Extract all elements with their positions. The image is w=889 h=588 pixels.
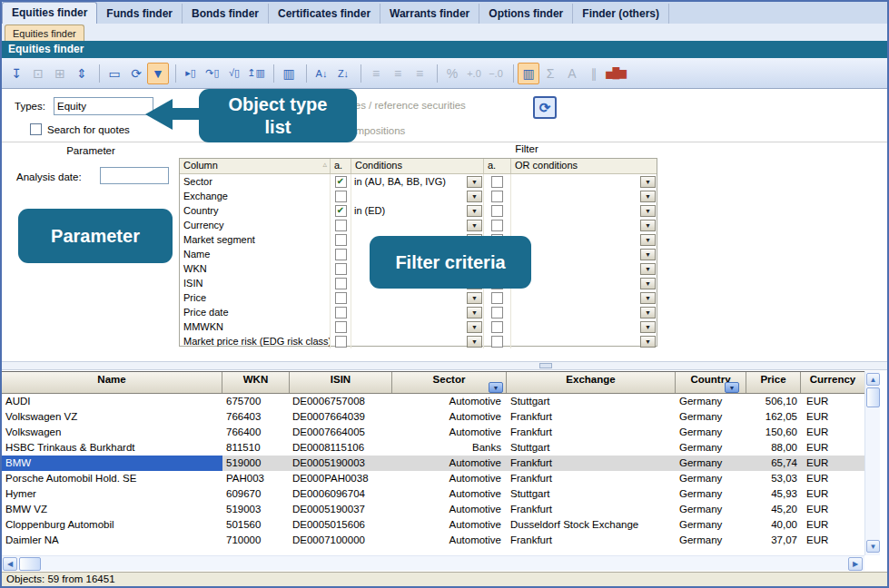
cell-wkn[interactable]: 519000 bbox=[222, 456, 290, 471]
and-checkbox[interactable] bbox=[335, 220, 347, 231]
or-condition-dropdown[interactable]: ▼ bbox=[640, 234, 656, 246]
cell-price[interactable]: 40,00 bbox=[746, 517, 801, 533]
cell-exchange[interactable]: Dusseldorf Stock Exchange bbox=[507, 517, 676, 533]
or-checkbox[interactable] bbox=[491, 176, 503, 188]
or-checkbox[interactable] bbox=[491, 307, 503, 318]
scroll-down-icon[interactable]: ▼ bbox=[866, 540, 880, 553]
or-condition-dropdown[interactable]: ▼ bbox=[640, 205, 656, 217]
cell-exchange[interactable]: Frankfurt bbox=[507, 533, 676, 548]
filter-or-cell[interactable]: ▼ bbox=[511, 334, 657, 348]
header-wkn[interactable]: WKN bbox=[222, 372, 290, 393]
and-checkbox[interactable]: ✔ bbox=[335, 176, 347, 188]
cell-isin[interactable]: DE0007664039 bbox=[290, 409, 392, 425]
cell-wkn[interactable]: 501560 bbox=[222, 517, 290, 533]
zoom-selection-icon[interactable]: ⊡ bbox=[27, 63, 49, 84]
cell-price[interactable]: 53,03 bbox=[746, 471, 801, 486]
cell-name[interactable]: AUDI bbox=[2, 394, 222, 409]
filter-header-and2[interactable]: a. bbox=[484, 159, 511, 173]
sort-ascending-icon[interactable]: A↓ bbox=[311, 63, 332, 84]
or-condition-dropdown[interactable]: ▼ bbox=[640, 278, 656, 289]
rotate-column-icon[interactable]: ↷▯ bbox=[202, 63, 223, 84]
filter-column-label[interactable]: Market price risk (EDG risk class) bbox=[180, 334, 331, 348]
filter-header-conditions[interactable]: Conditions bbox=[351, 159, 484, 173]
cell-exchange[interactable]: Stuttgart bbox=[507, 394, 676, 409]
cell-price[interactable]: 65,74 bbox=[746, 456, 801, 471]
cell-sector[interactable]: Automotive bbox=[392, 409, 507, 425]
table-row[interactable]: Volkswagen VZ 766403 DE0007664039 Automo… bbox=[2, 409, 864, 425]
scroll-up-icon[interactable]: ▲ bbox=[866, 373, 880, 386]
increase-decimal-icon[interactable]: +.0 bbox=[463, 63, 485, 84]
cell-name[interactable]: BMW bbox=[2, 456, 222, 471]
and-checkbox[interactable] bbox=[335, 278, 347, 289]
cell-isin[interactable]: DE0005015606 bbox=[290, 517, 392, 533]
cell-currency[interactable]: EUR bbox=[801, 486, 864, 502]
filter-column-label[interactable]: Price date bbox=[180, 305, 331, 319]
header-exchange[interactable]: Exchange bbox=[507, 372, 676, 393]
tab-options-finder[interactable]: Options finder bbox=[479, 4, 573, 24]
filter-or-cell[interactable]: ▼ bbox=[511, 247, 657, 261]
cell-isin[interactable]: DE0005190037 bbox=[290, 502, 392, 517]
condition-dropdown[interactable]: ▼ bbox=[467, 176, 482, 188]
or-condition-dropdown[interactable]: ▼ bbox=[640, 220, 656, 231]
new-view-icon[interactable]: ▭ bbox=[104, 63, 125, 84]
refresh-button[interactable]: ⟳ bbox=[533, 96, 557, 119]
filter-header-or-conditions[interactable]: OR conditions bbox=[511, 159, 657, 173]
cell-exchange[interactable]: Stuttgart bbox=[507, 440, 676, 456]
table-row[interactable]: Daimler NA 710000 DE0007100000 Automotiv… bbox=[2, 533, 864, 548]
cell-price[interactable]: 162,05 bbox=[746, 409, 801, 425]
filter-column-label[interactable]: Name bbox=[180, 247, 331, 261]
table-row[interactable]: Cloppenburg Automobil 501560 DE000501560… bbox=[2, 517, 864, 533]
formula-column-icon[interactable]: √▯ bbox=[223, 63, 245, 84]
cell-wkn[interactable]: 675700 bbox=[222, 394, 290, 409]
tab-warrants-finder[interactable]: Warrants finder bbox=[380, 4, 479, 24]
filter-or-cell[interactable]: ▼ bbox=[511, 218, 657, 232]
filter-column-label[interactable]: Sector bbox=[180, 174, 331, 189]
or-checkbox[interactable] bbox=[491, 292, 503, 304]
cell-price[interactable]: 37,07 bbox=[746, 533, 801, 548]
cell-sector[interactable]: Automotive bbox=[392, 486, 507, 502]
fit-height-icon[interactable]: ⇕ bbox=[71, 63, 93, 84]
cell-isin[interactable]: DE0007100000 bbox=[290, 533, 392, 548]
cell-currency[interactable]: EUR bbox=[801, 471, 864, 486]
chart-icon[interactable]: ▅█▆ bbox=[605, 63, 627, 84]
align-right-icon[interactable]: ≡ bbox=[409, 63, 430, 84]
cell-country[interactable]: Germany bbox=[676, 456, 746, 471]
or-condition-dropdown[interactable]: ▼ bbox=[640, 263, 656, 275]
cell-country[interactable]: Germany bbox=[676, 517, 746, 533]
cell-exchange[interactable]: Frankfurt bbox=[507, 502, 676, 517]
search-for-quotes-checkbox[interactable] bbox=[30, 123, 42, 135]
cell-country[interactable]: Germany bbox=[676, 533, 746, 548]
cell-wkn[interactable]: 609670 bbox=[222, 486, 290, 502]
cell-currency[interactable]: EUR bbox=[801, 394, 864, 409]
cell-price[interactable]: 150,60 bbox=[746, 425, 801, 440]
filter-condition-cell[interactable]: ▼ bbox=[351, 334, 484, 348]
or-checkbox[interactable] bbox=[491, 321, 503, 333]
condition-dropdown[interactable]: ▼ bbox=[467, 191, 482, 202]
cell-currency[interactable]: EUR bbox=[801, 533, 864, 548]
condition-dropdown[interactable]: ▼ bbox=[467, 205, 482, 217]
filter-column-label[interactable]: Exchange bbox=[180, 189, 331, 203]
filter-column-label[interactable]: WKN bbox=[180, 261, 331, 276]
filter-condition-cell[interactable]: ▼ bbox=[351, 189, 484, 203]
filter-or-cell[interactable]: ▼ bbox=[511, 232, 657, 247]
lock-columns-icon[interactable]: ▥ bbox=[518, 63, 539, 84]
fit-to-window-icon[interactable]: ⊞ bbox=[49, 63, 71, 84]
cell-currency[interactable]: EUR bbox=[801, 440, 864, 456]
cell-wkn[interactable]: 811510 bbox=[222, 440, 290, 456]
filter-or-cell[interactable]: ▼ bbox=[511, 189, 657, 203]
scroll-right-icon[interactable]: ▶ bbox=[848, 557, 863, 571]
cell-wkn[interactable]: PAH003 bbox=[222, 471, 290, 486]
group-columns-icon[interactable]: ∥ bbox=[583, 63, 605, 84]
cell-name[interactable]: Volkswagen bbox=[2, 425, 222, 440]
types-input[interactable] bbox=[54, 97, 153, 115]
cell-sector[interactable]: Automotive bbox=[392, 471, 507, 486]
cell-exchange[interactable]: Frankfurt bbox=[507, 456, 676, 471]
cell-wkn[interactable]: 766400 bbox=[222, 425, 290, 440]
or-condition-dropdown[interactable]: ▼ bbox=[640, 307, 656, 318]
tab-bonds-finder[interactable]: Bonds finder bbox=[183, 4, 269, 24]
cell-name[interactable]: Daimler NA bbox=[2, 533, 222, 548]
cell-currency[interactable]: EUR bbox=[801, 409, 864, 425]
table-row[interactable]: Volkswagen 766400 DE0007664005 Automotiv… bbox=[2, 425, 864, 440]
cell-isin[interactable]: DE0005190003 bbox=[290, 456, 392, 471]
and-checkbox[interactable] bbox=[335, 234, 347, 246]
